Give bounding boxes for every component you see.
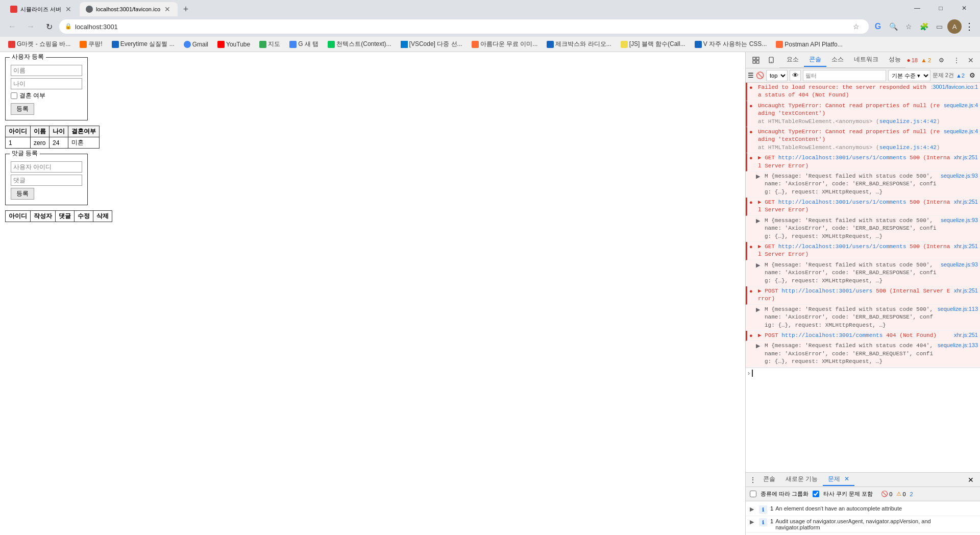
console-msg-source-3[interactable]: sequelize.js:4 (944, 128, 978, 134)
sidebar-toggle-icon[interactable]: ▭ (932, 19, 946, 34)
bottom-tab-issues[interactable]: 문제 ✕ (823, 473, 854, 486)
issue-2-expand[interactable]: ▶ (750, 519, 757, 525)
address-bar[interactable]: 🔒 localhost:3001 ☆ (59, 19, 869, 34)
user-name-input[interactable] (11, 65, 82, 76)
expand-icon-5b[interactable]: ▶ (756, 217, 763, 224)
bookmark-item-youtube[interactable]: YouTube (213, 40, 254, 49)
bookmark-item-everytime[interactable]: Everytime 실질쩔 ... (108, 39, 179, 50)
bookmark-icon[interactable]: ☆ (901, 19, 916, 34)
console-msg-source-5b[interactable]: sequelize.js:93 (941, 217, 978, 223)
bookmark-item-postman[interactable]: Postman API Platfo... (772, 40, 846, 49)
comment-table-header-author: 작성자 (31, 211, 56, 222)
console-msg-source-5[interactable]: xhr.js:251 (954, 199, 978, 205)
console-msg-source-1[interactable]: :3001/favicon.ico:1 (931, 84, 978, 90)
devtools-tab-sources[interactable]: 소스 (826, 53, 849, 67)
console-msg-source-7b[interactable]: sequelize.js:113 (938, 306, 978, 312)
console-level-select[interactable]: top (766, 70, 788, 81)
married-checkbox[interactable] (11, 92, 17, 99)
devtools-inspect-btn[interactable] (749, 53, 763, 67)
include-cookie-checkbox[interactable] (813, 491, 819, 497)
bottom-tab-console[interactable]: 콘솔 (758, 473, 780, 486)
console-msg-source-8b[interactable]: sequelize.js:133 (938, 342, 978, 348)
bm-label-gmail: Gmail (192, 41, 208, 48)
devtools-settings-btn[interactable]: ⚙ (934, 53, 948, 67)
tab-list: 시뮬라이즈 서버 ✕ localhost:3001/favicon.ico ✕ … (4, 0, 899, 16)
bookmark-item-vscode[interactable]: [VSCode] 다중 선... (397, 39, 467, 50)
expand-icon-7b[interactable]: ▶ (756, 306, 763, 313)
user-age-input[interactable] (11, 78, 82, 89)
devtools-tab-elements[interactable]: 요소 (781, 53, 804, 67)
profile-button[interactable]: A (947, 19, 962, 34)
user-table-header-name: 이름 (31, 126, 50, 137)
devtools-dock-btn[interactable]: ⋮ (949, 53, 964, 67)
comment-submit-button[interactable]: 등록 (11, 188, 34, 200)
bookmark-item-map[interactable]: 지도 (255, 39, 284, 50)
bookmark-item-coupang[interactable]: 쿠팡! (76, 39, 106, 50)
google-icon[interactable]: G (871, 19, 885, 34)
tab-1-close[interactable]: ✕ (64, 5, 72, 13)
expand-icon-8b[interactable]: ▶ (756, 343, 763, 349)
close-button[interactable]: ✕ (952, 0, 976, 16)
issues-error-count: 0 (889, 491, 892, 497)
comment-table: 아이디 작성자 댓글 수정 삭제 (5, 210, 112, 222)
forward-button[interactable]: → (22, 18, 39, 35)
bottom-tab-new-features[interactable]: 새로운 기능 (780, 473, 823, 486)
console-settings-icon[interactable]: ⚙ (967, 70, 978, 81)
devtools-error-badge[interactable]: ● 18 (906, 57, 918, 64)
reload-button[interactable]: ↻ (41, 18, 57, 35)
bookmark-item-css[interactable]: V 자주 사용하는 CSS... (691, 39, 771, 50)
group-by-kind-checkbox[interactable] (750, 491, 756, 497)
bookmark-item-context[interactable]: 천텍스트(Context)... (324, 39, 395, 50)
console-default-level-select[interactable]: 기본 수준 ▾ (888, 70, 930, 81)
issue-2-text: Audit usage of navigator.userAgent, navi… (775, 518, 976, 530)
comment-user-id-input[interactable] (11, 161, 82, 173)
bookmark-star-icon[interactable]: ☆ (849, 19, 863, 34)
bookmark-item-checkbox[interactable]: 제크박스와 라디오... (543, 39, 615, 50)
menu-button[interactable]: ⋮ (963, 19, 976, 34)
bottom-panel-close[interactable]: ✕ (964, 474, 978, 486)
maximize-button[interactable]: □ (929, 0, 952, 16)
devtools-device-btn[interactable] (764, 53, 778, 67)
bookmark-item-gmarket[interactable]: G마켓 - 쇼핑을 바... (4, 39, 75, 50)
bookmark-item-js[interactable]: [JS] 블랙 함수(Call... (617, 39, 690, 50)
tab-2[interactable]: localhost:3001/favicon.ico ✕ (80, 2, 178, 16)
issue-1-expand[interactable]: ▶ (750, 506, 757, 513)
devtools-tab-network[interactable]: 네트워크 (849, 53, 884, 67)
console-msg-source-4[interactable]: xhr.js:251 (954, 154, 978, 160)
console-sidebar-icon[interactable]: ☰ (748, 71, 754, 79)
expand-icon-4b[interactable]: ▶ (756, 173, 763, 180)
console-msg-source-6b[interactable]: sequelize.js:93 (941, 261, 978, 268)
back-button[interactable]: ← (4, 18, 20, 35)
search-icon[interactable]: 🔍 (886, 19, 900, 34)
comment-text-input[interactable] (11, 175, 82, 186)
bookmark-item-newtab[interactable]: G 새 탭 (285, 39, 323, 50)
console-msg-source-4b[interactable]: sequelize.js:93 (941, 173, 978, 179)
console-clear-icon[interactable]: 🚫 (756, 71, 764, 79)
user-submit-button[interactable]: 등록 (11, 103, 34, 115)
console-filter-input[interactable] (803, 70, 886, 81)
expand-icon-6b[interactable]: ▶ (756, 262, 763, 269)
issues-tab-close-icon[interactable]: ✕ (844, 475, 849, 482)
console-issues-count: ▲2 (956, 72, 965, 79)
bookmark-item-gmail[interactable]: Gmail (180, 40, 212, 49)
devtools-tab-console[interactable]: 콘솔 (804, 53, 826, 67)
console-msg-source-7[interactable]: xhr.js:251 (954, 287, 978, 294)
bm-favicon-aromi (472, 41, 479, 48)
console-msg-source-8[interactable]: xhr.js:251 (954, 332, 978, 338)
error-icon-7: ● (749, 288, 756, 294)
devtools-close-btn[interactable]: ✕ (965, 54, 977, 66)
tab-2-close[interactable]: ✕ (163, 5, 172, 13)
bottom-tab-more-icon[interactable]: ⋮ (748, 474, 758, 485)
console-eye-icon[interactable]: 👁 (790, 70, 801, 81)
devtools-tab-performance[interactable]: 성능 (884, 53, 905, 67)
console-messages[interactable]: ● Failed to load resource: the server re… (746, 83, 980, 472)
bookmark-item-aromi[interactable]: 아름다운 무료 이미... (468, 39, 542, 50)
new-tab-button[interactable]: + (179, 2, 193, 16)
console-msg-source-2[interactable]: sequelize.js:4 (944, 102, 978, 108)
extension-icon[interactable]: 🧩 (917, 19, 931, 34)
minimize-button[interactable]: — (905, 0, 929, 16)
devtools-warn-badge[interactable]: ▲ 2 (921, 57, 931, 64)
console-message-count: 문제 2건 (933, 71, 954, 79)
console-msg-source-6[interactable]: xhr.js:251 (954, 243, 978, 249)
tab-1[interactable]: 시뮬라이즈 서버 ✕ (4, 2, 79, 16)
